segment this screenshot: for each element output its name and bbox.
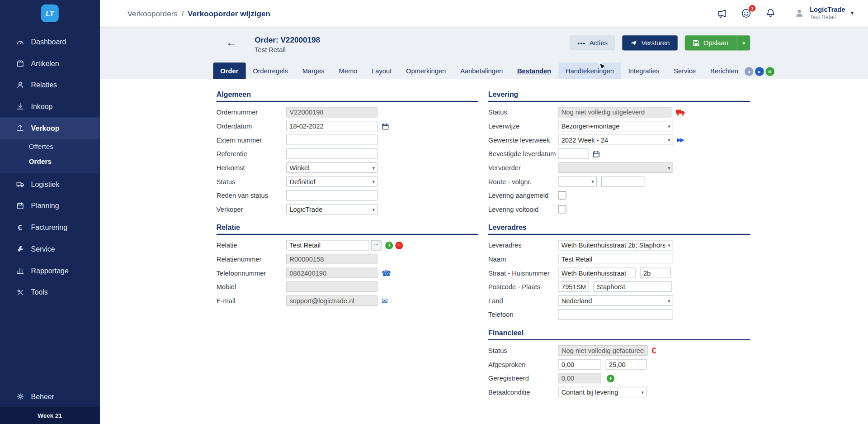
breadcrumb-parent[interactable]: Verkooporders	[127, 9, 178, 18]
huisnummer-input[interactable]	[640, 267, 671, 278]
tab-menu-button[interactable]: ≡	[765, 67, 774, 76]
tab-integraties[interactable]: Integraties	[621, 62, 666, 79]
reden-van-status-input[interactable]	[286, 190, 377, 200]
field-label: Route - volgnr.	[488, 177, 558, 185]
volgnr-input[interactable]	[601, 176, 645, 186]
extern-nummer-input[interactable]	[286, 135, 377, 145]
sidebar-item-rapportage[interactable]: Rapportage	[0, 260, 99, 281]
sidebar-item-planning[interactable]: Planning	[0, 195, 99, 217]
leveradres-select[interactable]: Weth Buitenhuisstraat 2b; Staphorst ▾	[558, 240, 673, 250]
announcement-icon[interactable]	[716, 7, 728, 19]
tab-opmerkingen[interactable]: Opmerkingen	[399, 62, 453, 79]
calendar-icon[interactable]	[382, 122, 389, 130]
section-levering: Levering Status Leverwijze Bezorgen+mont…	[488, 91, 750, 214]
orderdatum-input[interactable]	[286, 121, 377, 131]
plaats-input[interactable]	[594, 281, 672, 292]
sidebar-item-inkoop[interactable]: Inkoop	[0, 96, 99, 118]
leverstatus-input[interactable]	[558, 107, 671, 117]
relatienummer-input[interactable]	[286, 254, 377, 264]
leverwijze-select[interactable]: Bezorgen+montage ▾	[558, 121, 673, 131]
sidebar-item-beheer[interactable]: Beheer	[0, 386, 99, 407]
gewenste-leverweek-select[interactable]: 2022 Week - 24 ▾	[558, 135, 673, 145]
save-dropdown-button[interactable]: ▾	[737, 35, 750, 50]
verkoper-select[interactable]: LogicTrade ▾	[286, 204, 377, 214]
email-icon[interactable]: ✉	[382, 296, 388, 305]
app-window: LT Dashboard Artikelen Relaties Inkoop	[0, 0, 868, 424]
relatie-input[interactable]	[286, 240, 369, 250]
form-row-financieel-status: Status €	[488, 345, 750, 356]
form-row-levering-aangemeld: Levering aangemeld	[488, 190, 750, 200]
sidebar-item-label: Artikelen	[31, 59, 59, 67]
dashboard-icon	[15, 38, 24, 47]
app-logo[interactable]: LT	[41, 5, 59, 22]
tab-service[interactable]: Service	[666, 62, 703, 79]
financieel-status-input[interactable]	[558, 345, 647, 356]
sidebar-item-dashboard[interactable]: Dashboard	[0, 31, 99, 53]
field-label: Status	[488, 108, 558, 116]
mobiel-input[interactable]	[286, 281, 377, 292]
tab-scroll-right-button[interactable]: ▸	[755, 67, 764, 76]
geregistreerd-input[interactable]	[558, 373, 601, 383]
save-button[interactable]: Opslaan ▾	[684, 35, 750, 50]
sidebar-item-tools[interactable]: Tools	[0, 281, 99, 303]
tab-bestanden[interactable]: Bestanden	[510, 62, 558, 79]
telefoon-input[interactable]	[558, 309, 673, 319]
bevestigde-leverdatum-input[interactable]	[558, 148, 588, 159]
postcode-input[interactable]	[558, 281, 589, 292]
sidebar-item-verkoop[interactable]: Verkoop	[0, 118, 99, 139]
bell-icon[interactable]	[764, 7, 777, 19]
route-select[interactable]: ▾	[558, 176, 597, 186]
tab-marges[interactable]: Marges	[295, 62, 332, 79]
field-label: Leveradres	[488, 241, 558, 249]
sidebar-item-service[interactable]: Service	[0, 238, 99, 260]
telefoonnummer-input[interactable]	[286, 267, 377, 278]
calendar-icon	[15, 201, 24, 210]
page-title: Order: V22000198	[255, 35, 320, 44]
back-button[interactable]: ←	[226, 37, 237, 48]
sidebar-item-facturering[interactable]: € Facturering	[0, 217, 99, 238]
fast-forward-icon[interactable]: ▶▶	[677, 137, 684, 143]
tab-aanbetalingen[interactable]: Aanbetalingen	[453, 62, 510, 79]
sidebar-item-offertes[interactable]: Offertes	[0, 139, 99, 154]
tab-berichten[interactable]: Berichten	[703, 62, 745, 79]
sidebar-item-artikelen[interactable]: Artikelen	[0, 52, 99, 74]
tab-handtekeningen[interactable]: Handtekeningen	[558, 62, 621, 79]
status-select[interactable]: Definitief ▾	[286, 176, 377, 186]
phone-icon[interactable]: ☎	[382, 268, 391, 277]
afgesproken-percentage-input[interactable]	[606, 359, 647, 369]
dots-icon: •••	[577, 40, 585, 47]
tab-scroll-left-button[interactable]: ◂	[745, 67, 754, 76]
naam-input[interactable]	[558, 254, 673, 264]
feedback-smiley-icon[interactable]: 1	[740, 7, 752, 19]
sidebar-item-orders[interactable]: Orders	[0, 154, 99, 169]
actions-button[interactable]: ••• Acties	[570, 35, 615, 50]
tab-memo[interactable]: Memo	[332, 62, 365, 79]
afgesproken-input[interactable]	[558, 359, 601, 369]
user-menu[interactable]: LogicTrade Test Retail ▾	[789, 6, 854, 20]
herkomst-select[interactable]: Winkel ▾	[286, 162, 377, 173]
send-button[interactable]: Versturen	[623, 35, 678, 50]
vervoerder-select[interactable]: ▾	[558, 162, 673, 173]
tab-layout[interactable]: Layout	[364, 62, 399, 79]
email-input[interactable]	[286, 295, 377, 306]
betaalconditie-select[interactable]: Contant bij levering ▾	[558, 387, 646, 397]
add-payment-button[interactable]: +	[607, 374, 614, 382]
form-row-leverstatus: Status	[488, 107, 750, 117]
tab-orderregels[interactable]: Orderregels	[245, 62, 295, 79]
levering-voltooid-checkbox[interactable]	[558, 205, 566, 213]
straat-input[interactable]	[558, 267, 635, 278]
sidebar-item-relaties[interactable]: Relaties	[0, 74, 99, 96]
remove-relation-button[interactable]: −	[395, 241, 403, 249]
land-select[interactable]: Nederland ▾	[558, 295, 673, 306]
sidebar-item-logistiek[interactable]: Logistiek	[0, 173, 99, 195]
referentie-input[interactable]	[286, 148, 377, 159]
tab-order[interactable]: Order	[213, 62, 245, 79]
field-label: Leverwijze	[488, 122, 558, 130]
levering-aangemeld-checkbox[interactable]	[558, 191, 566, 199]
user-company: Test Retail	[810, 14, 845, 20]
calendar-icon[interactable]	[592, 150, 600, 157]
relatie-lookup-button[interactable]: ...	[371, 240, 381, 250]
ordernummer-input[interactable]	[286, 107, 377, 117]
add-relation-button[interactable]: +	[385, 241, 393, 249]
sidebar-item-label: Logistiek	[31, 180, 60, 188]
